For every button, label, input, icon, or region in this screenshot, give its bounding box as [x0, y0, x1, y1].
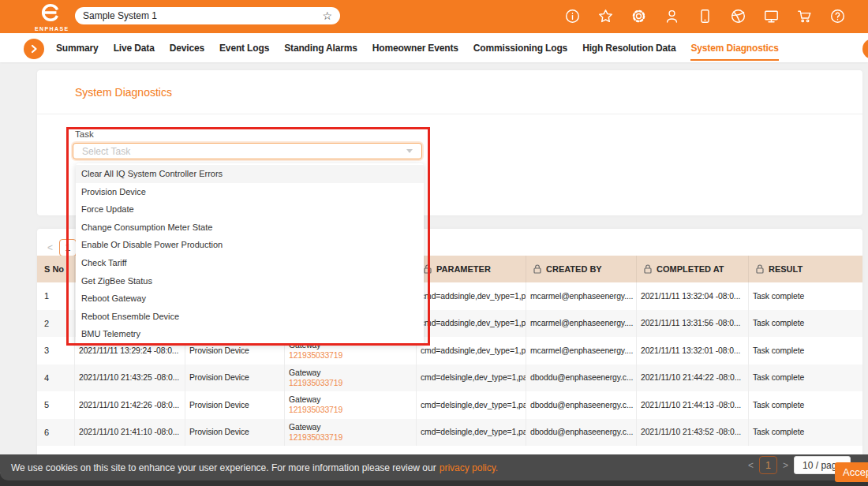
header-icon-bar	[565, 9, 845, 24]
divider	[37, 114, 862, 114]
nav-tab[interactable]: Commissioning Logs	[473, 33, 567, 62]
lock-icon	[644, 264, 652, 274]
table-header-cell[interactable]: PARAMETER	[416, 256, 526, 282]
display-icon[interactable]	[764, 9, 779, 24]
page-number-button[interactable]: 1	[759, 456, 777, 474]
settings-icon[interactable]	[631, 9, 646, 24]
account-icon[interactable]	[664, 9, 679, 24]
favorite-star-icon[interactable]: ☆	[322, 10, 332, 21]
app-header: ENPHASE Sample System 1 ☆	[0, 0, 868, 33]
nav-tab[interactable]: Summary	[56, 33, 99, 62]
table-row[interactable]: 6 2021/11/10 21:41:10 -08:0... Provision…	[37, 419, 862, 447]
device-serial-link[interactable]: 121935033719	[289, 378, 342, 388]
help-icon[interactable]	[830, 9, 845, 24]
table-header-cell[interactable]: RESULT	[748, 256, 862, 282]
nav-scroll-left-button[interactable]	[24, 39, 44, 59]
nav-tab[interactable]: Homeowner Events	[372, 33, 458, 62]
prev-page-icon[interactable]: <	[47, 242, 53, 253]
device-cell: Gateway 121935033719	[284, 391, 416, 419]
cookie-message: We use cookies on this site to enhance y…	[11, 462, 436, 473]
system-search-input[interactable]: Sample System 1 ☆	[75, 7, 340, 24]
prev-page-icon[interactable]: <	[748, 460, 754, 471]
search-value: Sample System 1	[83, 10, 322, 21]
accept-cookies-button[interactable]: Accept	[835, 462, 868, 482]
table-header-cell[interactable]: CREATED BY	[526, 256, 636, 282]
favorite-icon[interactable]	[598, 9, 613, 24]
info-icon[interactable]	[565, 9, 580, 24]
device-serial-link[interactable]: 121935033719	[289, 405, 342, 415]
annotation-highlight-box	[66, 127, 430, 346]
nav-tab[interactable]: Standing Alarms	[284, 33, 357, 62]
device-serial-link[interactable]: 121935033719	[289, 432, 342, 443]
table-header-cell[interactable]: COMPLETED AT	[636, 256, 748, 282]
nav-tab[interactable]: System Diagnostics	[690, 33, 778, 62]
system-tabs: SummaryLive DataDevicesEvent LogsStandin…	[56, 33, 779, 62]
next-page-icon[interactable]: >	[783, 460, 788, 471]
table-row[interactable]: 5 2021/11/10 21:42:26 -08:0... Provision…	[37, 391, 862, 419]
device-cell: Gateway 121935033719	[284, 419, 416, 447]
nav-tab[interactable]: Event Logs	[219, 33, 269, 62]
brand-text: ENPHASE	[35, 26, 66, 32]
community-icon[interactable]	[731, 9, 746, 24]
enphase-logo-icon	[40, 2, 61, 23]
lock-icon	[533, 264, 541, 274]
mobile-icon[interactable]	[698, 9, 713, 24]
enphase-logo[interactable]: ENPHASE	[35, 2, 66, 32]
device-serial-link[interactable]: 121935033719	[289, 350, 342, 361]
chevron-right-icon	[29, 44, 39, 54]
nav-tab[interactable]: Live Data	[114, 33, 155, 62]
privacy-policy-link[interactable]: privacy policy.	[440, 462, 498, 473]
lock-icon	[756, 264, 764, 274]
table-row[interactable]: 4 2021/11/10 21:43:25 -08:0... Provision…	[37, 364, 862, 392]
device-cell: Gateway 121935033719	[284, 364, 416, 392]
cart-icon[interactable]	[797, 9, 812, 24]
nav-tab[interactable]: Devices	[170, 33, 204, 62]
system-tab-bar: SummaryLive DataDevicesEvent LogsStandin…	[0, 33, 868, 62]
page-title: System Diagnostics	[75, 86, 172, 99]
cookie-banner: We use cookies on this site to enhance y…	[0, 454, 868, 480]
nav-tab[interactable]: High Resolution Data	[582, 33, 675, 62]
